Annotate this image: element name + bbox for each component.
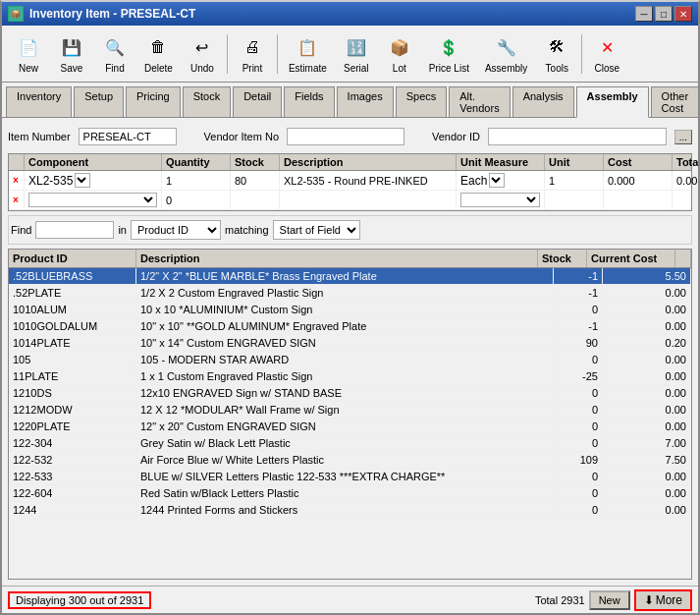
find-label: Find (11, 224, 31, 236)
component-0-cost: 0.000 (604, 171, 673, 190)
minimize-button[interactable]: ─ (635, 6, 653, 22)
tab-inventory[interactable]: Inventory (6, 86, 72, 117)
separator (581, 34, 582, 74)
title-bar: 📦 Inventory Item - PRESEAL-CT ─ □ ✕ (2, 2, 698, 26)
total-count: Total 2931 (535, 594, 585, 606)
component-1-dropdown[interactable] (28, 193, 157, 207)
col-unit: Unit (545, 154, 604, 170)
vendor-id-lookup-button[interactable]: ... (674, 130, 692, 144)
product-stock-0: -1 (554, 268, 603, 284)
tools-button[interactable]: 🛠 Tools (536, 29, 577, 78)
col-stock: Stock (231, 154, 280, 170)
component-row-1: × 0 (9, 191, 691, 210)
vendor-id-label: Vendor ID (432, 131, 480, 142)
more-icon: ⬇ (644, 593, 654, 607)
vendor-id-input[interactable] (488, 128, 667, 145)
tab-images[interactable]: Images (337, 86, 394, 117)
col-cost: Cost (604, 154, 673, 170)
product-table-header: Product ID Description Stock Current Cos… (9, 250, 691, 268)
product-table-body[interactable]: .52BLUEBRASS 1/2" X 2" *BLUE MARBLE* Bra… (9, 268, 691, 579)
save-button[interactable]: 💾 Save (51, 29, 92, 78)
tab-specs[interactable]: Specs (396, 86, 448, 117)
vendor-item-label: Vendor Item No (204, 131, 279, 142)
print-button[interactable]: 🖨 Print (232, 29, 273, 78)
product-row-8[interactable]: 1212MODW 12 X 12 *MODULAR* Wall Frame w/… (9, 402, 691, 419)
product-row-4[interactable]: 1014PLATE 10" x 14" Custom ENGRAVED SIGN… (9, 335, 691, 352)
product-table: Product ID Description Stock Current Cos… (8, 249, 692, 580)
find-button[interactable]: 🔍 Find (94, 29, 135, 78)
col-product-cost: Current Cost (587, 250, 675, 267)
lot-button[interactable]: 📦 Lot (379, 29, 420, 78)
product-row-14[interactable]: 1244 1244 Printed Forms and Stickers 0 0… (9, 502, 691, 519)
component-0-dropdown[interactable] (75, 173, 90, 188)
product-row-0[interactable]: .52BLUEBRASS 1/2" X 2" *BLUE MARBLE* Bra… (9, 268, 691, 285)
product-row-6[interactable]: 11PLATE 1 x 1 Custom Engraved Plastic Si… (9, 368, 691, 385)
component-0-qty: 1 (162, 171, 231, 190)
tab-alt-vendors[interactable]: Alt. Vendors (449, 86, 510, 117)
close-button[interactable]: ✕ Close (586, 29, 627, 78)
component-1-desc (280, 191, 457, 209)
maximize-button[interactable]: □ (655, 6, 673, 22)
col-total: Total (673, 154, 698, 170)
title-controls: ─ □ ✕ (635, 6, 692, 22)
product-row-10[interactable]: 122-304 Grey Satin w/ Black Lett Plastic… (9, 435, 691, 452)
col-unit-measure: Unit Measure (457, 154, 545, 170)
pricelist-button[interactable]: 💲 Price List (422, 29, 476, 78)
status-bar: Displaying 300 out of 2931 Total 2931 Ne… (2, 586, 698, 613)
toolbar: 📄 New 💾 Save 🔍 Find 🗑 Delete ↩ Undo 🖨 Pr… (2, 26, 698, 83)
undo-button[interactable]: ↩ Undo (182, 29, 223, 78)
tab-assembly[interactable]: Assembly (576, 86, 649, 118)
component-1-stock (231, 191, 280, 209)
col-quantity: Quantity (162, 154, 231, 170)
estimate-button[interactable]: 📋 Estimate (282, 29, 334, 78)
product-row-13[interactable]: 122-604 Red Satin w/Black Letters Plasti… (9, 485, 691, 502)
component-1-unit-measure-dropdown[interactable] (460, 193, 540, 207)
separator (227, 34, 228, 74)
tab-pricing[interactable]: Pricing (126, 86, 181, 117)
product-row-1[interactable]: .52PLATE 1/2 X 2 Custom Engraved Plastic… (9, 285, 691, 302)
product-row-5[interactable]: 105 105 - MODERN STAR AWARD 0 0.00 (9, 352, 691, 368)
matching-label: matching (225, 224, 269, 236)
find-match-select[interactable]: Start of Field Any Part Exact Match (273, 220, 360, 240)
tab-fields[interactable]: Fields (284, 86, 334, 117)
product-row-12[interactable]: 122-533 BLUE w/ SILVER Letters Plastic 1… (9, 469, 691, 485)
delete-component-1-button[interactable]: × (13, 195, 19, 205)
assembly-toolbar-button[interactable]: 🔧 Assembly (478, 29, 534, 78)
tab-bar: Inventory Setup Pricing Stock Detail Fie… (2, 83, 698, 118)
product-row-9[interactable]: 1220PLATE 12" x 20" Custom ENGRAVED SIGN… (9, 419, 691, 435)
product-row-7[interactable]: 1210DS 12x10 ENGRAVED Sign w/ STAND BASE… (9, 385, 691, 402)
delete-button[interactable]: 🗑 Delete (137, 29, 180, 78)
product-row-3[interactable]: 1010GOLDALUM 10" x 10" **GOLD ALUMINUM* … (9, 318, 691, 335)
tab-setup[interactable]: Setup (74, 86, 124, 117)
tab-other-cost[interactable]: Other Cost (651, 86, 700, 117)
component-0-desc: XL2-535 - Round PRE-INKED (280, 171, 457, 190)
new-button[interactable]: 📄 New (8, 29, 49, 78)
find-field-select[interactable]: Product ID Description Unit Measure (131, 220, 221, 240)
product-row-2[interactable]: 1010ALUM 10 x 10 *ALUMINIUM* Custom Sign… (9, 302, 691, 318)
status-more-button[interactable]: ⬇ More (634, 589, 692, 611)
component-0-unit-measure-dropdown[interactable] (489, 173, 505, 188)
tab-detail[interactable]: Detail (233, 86, 282, 117)
col-product-id: Product ID (9, 250, 136, 267)
serial-button[interactable]: 🔢 Serial (336, 29, 377, 78)
close-window-button[interactable]: ✕ (674, 6, 692, 22)
find-input[interactable] (35, 221, 114, 239)
window-title: Inventory Item - PRESEAL-CT (29, 7, 195, 21)
component-0-stock: 80 (231, 171, 280, 190)
in-label: in (118, 224, 127, 236)
component-1-unit (545, 191, 604, 209)
component-row-0: × XL2-535 1 80 XL2-535 - Round PRE-INKED… (9, 171, 691, 191)
tab-stock[interactable]: Stock (183, 86, 232, 117)
window-icon: 📦 (8, 6, 24, 22)
component-0-id: XL2-535 (28, 174, 73, 188)
status-new-button[interactable]: New (589, 590, 630, 610)
component-1-cost (604, 191, 673, 209)
item-number-label: Item Number (8, 131, 71, 142)
product-row-11[interactable]: 122-532 Air Force Blue w/ White Letters … (9, 452, 691, 469)
product-id-0: .52BLUEBRASS (9, 268, 136, 284)
delete-component-0-button[interactable]: × (13, 175, 19, 186)
product-cost-0: 5.50 (603, 268, 691, 284)
find-bar: Find in Product ID Description Unit Meas… (8, 215, 692, 245)
vendor-item-input[interactable] (287, 128, 404, 145)
tab-analysis[interactable]: Analysis (512, 86, 574, 117)
